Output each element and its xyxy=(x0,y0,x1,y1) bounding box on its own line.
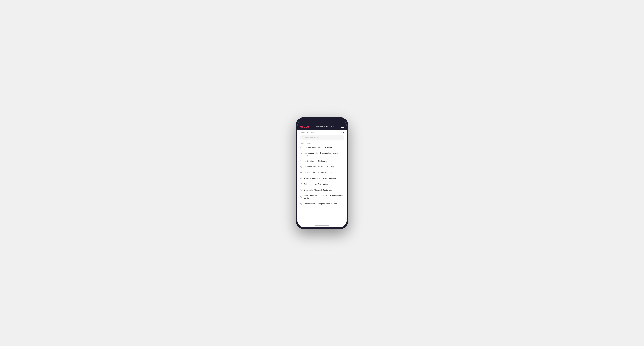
home-indicator xyxy=(298,224,346,227)
course-name: Coombe Hill GC, Kingston upon Thames xyxy=(304,203,337,205)
svg-line-1 xyxy=(303,138,304,138)
course-list-item[interactable]: Coombe Hill GC, Kingston upon Thames xyxy=(298,201,346,207)
location-pin-icon xyxy=(300,166,302,168)
svg-point-3 xyxy=(301,154,302,154)
svg-point-6 xyxy=(301,172,302,173)
content-area: Find a Golf Course Cancel Search Golf Co… xyxy=(298,130,346,224)
svg-point-8 xyxy=(301,184,302,184)
phone-notch xyxy=(298,119,346,124)
course-name: Royal Wimbledon GC, Great London Authori… xyxy=(304,177,342,180)
svg-point-7 xyxy=(301,178,302,178)
home-bar xyxy=(315,225,329,225)
location-pin-icon xyxy=(300,160,302,163)
app-logo: clippd xyxy=(300,125,309,128)
search-input-box[interactable]: Search Golf Course xyxy=(300,135,344,140)
course-list-item[interactable]: Royal Wimbledon GC, Great London Authori… xyxy=(298,176,346,181)
phone-frame: clippd Recent Searches Find a Golf Cours… xyxy=(296,117,348,229)
location-pin-icon xyxy=(300,183,302,185)
course-list-item[interactable]: Richmond Park GC - Prince's, Surrey xyxy=(298,164,346,170)
svg-point-4 xyxy=(301,161,302,161)
location-pin-icon xyxy=(300,203,302,205)
location-pin-icon xyxy=(300,177,302,180)
find-golf-course-label: Find a Golf Course xyxy=(300,132,316,134)
course-list-item[interactable]: Central London Golf Centre, London xyxy=(298,145,346,150)
nearby-section: Nearby courses Central London Golf Centr… xyxy=(298,141,346,224)
search-header: Find a Golf Course Cancel xyxy=(298,130,346,135)
search-input-placeholder: Search Golf Course xyxy=(305,136,322,139)
menu-icon[interactable] xyxy=(340,126,344,128)
svg-point-11 xyxy=(301,203,302,204)
nav-title: Recent Searches xyxy=(316,125,334,128)
location-pin-icon xyxy=(300,189,302,191)
course-list-item[interactable]: Richmond Park GC - Duke's, London xyxy=(298,170,346,176)
course-name: Central London Golf Centre, London xyxy=(304,146,334,149)
course-list-item[interactable]: Roehampton Club - Roehampton, Greater Lo… xyxy=(298,150,346,159)
svg-point-9 xyxy=(301,189,302,190)
course-list-item[interactable]: Brent Valley Municipal GC, London xyxy=(298,187,346,193)
cancel-button[interactable]: Cancel xyxy=(338,132,344,134)
course-list-item[interactable]: North Middlesex GC (1011942 - North Midd… xyxy=(298,193,346,201)
nav-bar: clippd Recent Searches xyxy=(298,124,346,130)
course-name: Dukes Meadows GC, London xyxy=(304,183,328,185)
course-list-item[interactable]: Dukes Meadows GC, London xyxy=(298,181,346,187)
course-name: North Middlesex GC (1011942 - North Midd… xyxy=(304,194,344,199)
location-pin-icon xyxy=(300,172,302,174)
search-input-wrapper: Search Golf Course xyxy=(298,135,346,141)
course-name: Richmond Park GC - Duke's, London xyxy=(304,172,334,174)
course-name: Roehampton Club - Roehampton, Greater Lo… xyxy=(304,152,344,157)
course-name: Brent Valley Municipal GC, London xyxy=(304,189,332,191)
course-name: Richmond Park GC - Prince's, Surrey xyxy=(304,166,334,168)
svg-point-5 xyxy=(301,167,302,167)
phone-screen: clippd Recent Searches Find a Golf Cours… xyxy=(298,119,346,227)
location-pin-icon xyxy=(300,153,302,156)
svg-point-10 xyxy=(301,196,302,197)
nearby-courses-label: Nearby courses xyxy=(298,141,346,145)
svg-point-2 xyxy=(301,147,302,147)
location-pin-icon xyxy=(300,146,302,149)
location-pin-icon xyxy=(300,196,302,198)
course-list: Central London Golf Centre, London Roeha… xyxy=(298,145,346,207)
course-name: London Scottish GC, London xyxy=(304,160,328,163)
course-list-item[interactable]: London Scottish GC, London xyxy=(298,159,346,164)
search-icon xyxy=(302,136,304,139)
